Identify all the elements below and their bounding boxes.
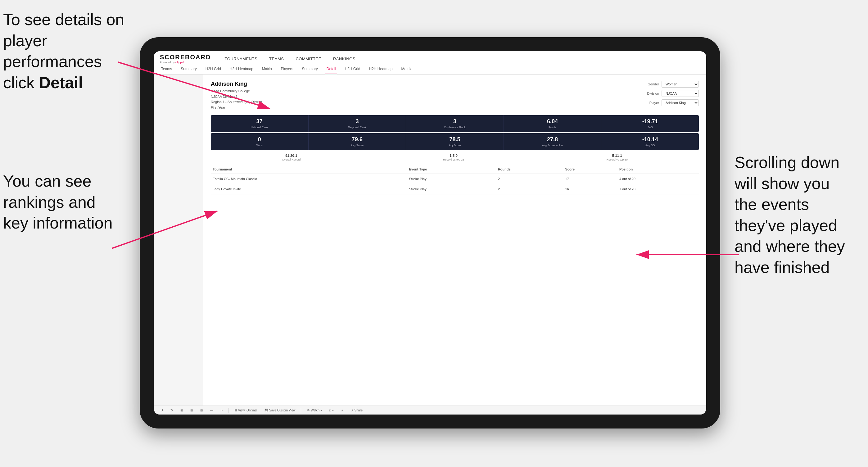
subnav-h2h-heatmap1[interactable]: H2H Heatmap	[228, 64, 254, 74]
subnav-summary1[interactable]: Summary	[180, 64, 198, 74]
nav-teams[interactable]: TEAMS	[268, 54, 285, 64]
main-content: Addison King Mesa Community College NJCA…	[154, 74, 706, 406]
bottom-toolbar: ↺ ↻ ⊞ ⊟ ⊡ — ○ 🖥 View: Original 💾 Save Cu…	[154, 406, 706, 414]
avg-sg-label: Avg SG	[604, 144, 696, 147]
avg-score-label: Avg Score	[311, 144, 404, 147]
subnav-h2h-grid1[interactable]: H2H Grid	[204, 64, 222, 74]
subnav-detail[interactable]: Detail	[326, 64, 337, 74]
subnav-players[interactable]: Players	[279, 64, 294, 74]
sub-navigation: Teams Summary H2H Grid H2H Heatmap Matri…	[154, 64, 706, 74]
stats-row-2: 0 Wins 79.6 Avg Score 78.5 Adj Score 27.…	[211, 133, 699, 150]
score-2: 16	[563, 184, 617, 194]
stat-adj-score: 78.5 Adj Score	[406, 133, 504, 150]
player-college: Mesa Community College	[211, 89, 262, 94]
stats-row-1: 37 National Rank 3 Regional Rank 3 Confe…	[211, 115, 699, 132]
tablet-screen: SCOREBOARD Powered by clippd TOURNAMENTS…	[154, 51, 706, 414]
annotation-bottom-left: You can see rankings and key information	[3, 171, 121, 234]
overall-record-label: Overall Record	[282, 158, 301, 161]
top25-record-value: 1-5-0	[443, 154, 464, 157]
rounds-2: 2	[496, 184, 563, 194]
tournament-name-1: Estella CC- Mountain Classic	[211, 174, 407, 184]
nav-committee[interactable]: COMMITTEE	[294, 54, 322, 64]
toolbar-separator-1	[228, 408, 228, 413]
toolbar-share[interactable]: ↗ Share	[349, 408, 365, 413]
top50-record-label: Record vs top 50	[607, 158, 628, 161]
player-region: Region 1 - Southwest (18) District	[211, 99, 262, 105]
stat-regional-rank: 3 Regional Rank	[309, 115, 406, 132]
points-label: Points	[506, 126, 599, 129]
col-event-type: Event Type	[407, 165, 496, 174]
toolbar-expand[interactable]: ⤢	[339, 408, 345, 413]
tablet-frame: SCOREBOARD Powered by clippd TOURNAMENTS…	[140, 37, 720, 429]
logo-area: SCOREBOARD Powered by clippd	[160, 54, 211, 64]
logo-powered: Powered by clippd	[160, 61, 211, 64]
top25-record-label: Record vs top 25	[443, 158, 464, 161]
player-filter-row: Player Addison King	[649, 99, 699, 106]
toolbar-undo[interactable]: ↺	[159, 408, 165, 413]
gender-label: Gender	[648, 82, 659, 86]
toolbar-minus[interactable]: —	[208, 408, 215, 413]
toolbar-view-original[interactable]: 🖥 View: Original	[232, 408, 259, 413]
table-row: Estella CC- Mountain Classic Stroke Play…	[211, 174, 699, 184]
toolbar-grid3[interactable]: ⊡	[198, 408, 205, 413]
col-score: Score	[563, 165, 617, 174]
toolbar-watch[interactable]: 👁 Watch ▾	[305, 408, 324, 413]
record-overall: 91-20-1 Overall Record	[282, 154, 301, 161]
avg-score-par-label: Avg Score to Par	[506, 144, 599, 147]
subnav-h2h-heatmap2[interactable]: H2H Heatmap	[368, 64, 394, 74]
subnav-matrix2[interactable]: Matrix	[400, 64, 413, 74]
stat-avg-score-par: 27.8 Avg Score to Par	[504, 133, 602, 150]
position-2: 7 out of 20	[617, 184, 699, 194]
record-top25: 1-5-0 Record vs top 25	[443, 154, 464, 161]
toolbar-screen[interactable]: □ ▾	[328, 408, 336, 413]
toolbar-circle[interactable]: ○	[219, 408, 224, 413]
player-name: Addison King	[211, 81, 262, 87]
nav-rankings[interactable]: RANKINGS	[332, 54, 357, 64]
adj-score-value: 78.5	[408, 136, 501, 143]
wins-value: 0	[213, 136, 306, 143]
adj-score-label: Adj Score	[408, 144, 501, 147]
logo-scoreboard: SCOREBOARD	[160, 54, 211, 61]
player-filters: Gender Women Division NJCAA I	[647, 81, 699, 110]
toolbar-grid1[interactable]: ⊞	[179, 408, 185, 413]
stat-national-rank: 37 National Rank	[211, 115, 309, 132]
event-type-1: Stroke Play	[407, 174, 496, 184]
stat-sos: -19.71 SoS	[601, 115, 699, 132]
toolbar-save-custom[interactable]: 💾 Save Custom View	[262, 408, 297, 413]
stat-conference-rank: 3 Conference Rank	[406, 115, 504, 132]
nav-tournaments[interactable]: TOURNAMENTS	[223, 54, 258, 64]
avg-score-value: 79.6	[311, 136, 404, 143]
overall-record-value: 91-20-1	[282, 154, 301, 157]
player-label: Player	[649, 101, 659, 105]
score-1: 17	[563, 174, 617, 184]
tournament-name-2: Lady Coyote Invite	[211, 184, 407, 194]
toolbar-redo[interactable]: ↻	[168, 408, 175, 413]
subnav-summary2[interactable]: Summary	[301, 64, 319, 74]
sos-label: SoS	[604, 126, 696, 129]
event-type-2: Stroke Play	[407, 184, 496, 194]
wins-label: Wins	[213, 144, 306, 147]
stat-points: 6.04 Points	[504, 115, 602, 132]
subnav-h2h-grid2[interactable]: H2H Grid	[343, 64, 361, 74]
table-row: Lady Coyote Invite Stroke Play 2 16 7 ou…	[211, 184, 699, 194]
points-value: 6.04	[506, 118, 599, 125]
stat-avg-score: 79.6 Avg Score	[309, 133, 406, 150]
division-label: Division	[647, 92, 659, 95]
player-header: Addison King Mesa Community College NJCA…	[211, 81, 699, 110]
subnav-teams[interactable]: Teams	[160, 64, 173, 74]
player-year: First Year	[211, 105, 262, 111]
stat-wins: 0 Wins	[211, 133, 309, 150]
sos-value: -19.71	[604, 118, 696, 125]
division-select[interactable]: NJCAA I	[661, 90, 699, 97]
regional-rank-value: 3	[311, 118, 404, 125]
top50-record-value: 5-11-1	[607, 154, 628, 157]
player-division: NJCAA Division 1	[211, 94, 262, 100]
records-row: 91-20-1 Overall Record 1-5-0 Record vs t…	[211, 154, 699, 161]
gender-select[interactable]: Women	[661, 81, 699, 88]
toolbar-grid2[interactable]: ⊟	[188, 408, 195, 413]
national-rank-value: 37	[213, 118, 306, 125]
gender-filter-row: Gender Women	[648, 81, 699, 88]
player-select[interactable]: Addison King	[661, 99, 699, 106]
col-rounds: Rounds	[496, 165, 563, 174]
subnav-matrix1[interactable]: Matrix	[261, 64, 274, 74]
